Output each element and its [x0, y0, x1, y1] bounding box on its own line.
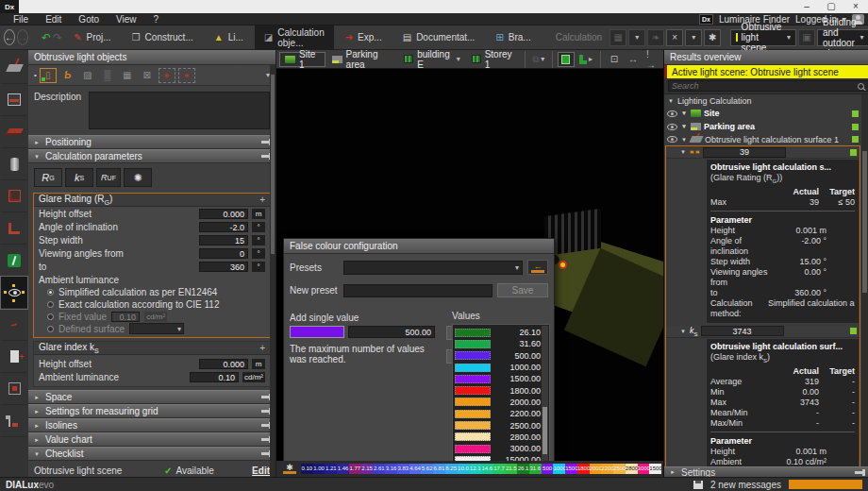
tool-roof-surface[interactable]	[1, 116, 27, 148]
value-row[interactable]: 2500.00	[455, 419, 541, 431]
grid-type-button[interactable]: ▦	[119, 68, 136, 83]
back-button[interactable]: ←	[4, 29, 15, 45]
section-isolines[interactable]: ▸Isolines	[28, 418, 275, 432]
tool-wall-segment[interactable]	[1, 212, 27, 245]
reset-preset-button[interactable]: ←	[527, 260, 548, 275]
menu-view[interactable]: View	[108, 13, 144, 25]
tool-escape-route[interactable]	[1, 245, 27, 277]
visibility-eye-icon[interactable]	[667, 136, 677, 143]
tool-focus-area[interactable]	[1, 373, 27, 405]
description-input[interactable]	[89, 92, 270, 129]
tab-light[interactable]: ▲Li...	[205, 25, 253, 50]
cut-object-button-1[interactable]	[159, 68, 175, 83]
profile-select[interactable]: Building and outdoor pla...▾	[817, 29, 868, 46]
tool-spline[interactable]: ~	[1, 309, 27, 341]
maximize-button[interactable]: ▢	[819, 0, 843, 13]
presets-select[interactable]: ▾	[343, 261, 523, 275]
tab-export[interactable]: ➔Exp...	[336, 25, 392, 50]
tool-door[interactable]	[1, 341, 27, 373]
field-input[interactable]: -2.0	[199, 222, 248, 232]
section-settings[interactable]: ▸Settings	[664, 466, 868, 477]
measure-button[interactable]: ↔	[625, 52, 642, 67]
tab-project[interactable]: ✎Proj...	[64, 25, 121, 50]
menu-goto[interactable]: Goto	[71, 13, 107, 25]
field-input[interactable]: 0.10	[190, 372, 239, 382]
fixed-value-input[interactable]: 0.10	[111, 312, 140, 322]
energy-icon[interactable]: ❧	[647, 29, 664, 46]
ks-parameter-button[interactable]: kS	[65, 168, 93, 187]
new-preset-input[interactable]	[343, 284, 492, 297]
rg-result-row[interactable]: ▾ 39	[666, 146, 860, 159]
tree-parking-area[interactable]: ▾Parking area	[664, 120, 861, 133]
section-measuring-grid[interactable]: ▸Settings for measuring grid	[28, 404, 275, 418]
dialog-title[interactable]: False colour configuration	[284, 239, 554, 254]
close-button[interactable]: ×	[843, 0, 868, 13]
minimize-button[interactable]: –	[794, 0, 819, 13]
crumb-building[interactable]: building E▾	[399, 52, 464, 67]
edit-link[interactable]: Edit	[252, 466, 270, 476]
value-row[interactable]: 1000.00	[455, 362, 541, 373]
cad-viewport[interactable]: Site 1 Parking area building E▾ Storey 1…	[276, 50, 663, 477]
tab-documentation[interactable]: ▤Documentat...	[393, 25, 485, 50]
calculation-dropdown[interactable]: ▾	[628, 29, 645, 46]
filled-surface-type-button[interactable]: ▒	[99, 68, 116, 83]
value-row[interactable]: 2000.00	[455, 397, 541, 408]
tool-calculation-surface[interactable]	[1, 52, 27, 84]
values-list[interactable]: 26.10 31.60 500.00	[452, 324, 550, 467]
radio-exact[interactable]	[47, 301, 54, 308]
issues-button[interactable]: !→	[643, 52, 660, 67]
crumb-site[interactable]: Site 1	[279, 52, 326, 67]
field-input[interactable]: 15	[199, 235, 248, 246]
rg-parameter-button[interactable]: RG	[34, 168, 62, 187]
left-panel-scrollbar[interactable]	[270, 65, 275, 477]
value-row[interactable]: 31.60	[455, 338, 541, 349]
polygon-surface-type-button[interactable]: Ƅ	[59, 68, 76, 83]
messages-link[interactable]: 2 new messages	[710, 480, 781, 490]
value-row[interactable]: 26.10	[455, 327, 541, 338]
menu-help[interactable]: ?	[146, 13, 167, 25]
tool-calculation-volume[interactable]	[1, 84, 27, 116]
section-value-chart[interactable]: ▸Value chart	[28, 432, 275, 447]
crossed-type-button[interactable]: ⊠	[139, 68, 156, 83]
ruf-parameter-button[interactable]: RUF	[96, 168, 121, 187]
value-row[interactable]: 1500.00	[455, 373, 541, 384]
tool-room-volume[interactable]	[1, 180, 27, 212]
zoom-fit-button[interactable]: ⊡	[606, 52, 623, 67]
field-input[interactable]: 0.000	[199, 359, 248, 369]
ks-result-row[interactable]: ▾ kS 3743	[666, 326, 860, 338]
clipboard-button[interactable]: ⧉▾	[530, 52, 547, 67]
redo-icon[interactable]: ↷	[53, 32, 62, 43]
tool-obtrusive-light[interactable]	[1, 277, 27, 309]
pin-icon[interactable]	[855, 471, 864, 474]
menu-edit[interactable]: Edit	[38, 13, 69, 25]
value-row[interactable]: 500.00	[455, 350, 541, 362]
cut-object-button-2[interactable]	[178, 68, 195, 83]
light-scene-edit-button[interactable]: ▣	[798, 29, 815, 46]
radio-fixed-value[interactable]	[47, 313, 54, 320]
crumb-storey[interactable]: Storey 1	[467, 52, 520, 67]
menu-file[interactable]: File	[6, 13, 36, 25]
visibility-eye-icon[interactable]	[667, 110, 677, 117]
section-space[interactable]: ▸Space	[28, 390, 275, 404]
tree-root[interactable]: ▾Lighting Calculation	[664, 94, 861, 107]
section-checklist[interactable]: ▾Checklist	[28, 447, 275, 461]
selected-colour-swatch[interactable]	[290, 326, 344, 338]
scale-settings-gear-icon[interactable]: ✱	[278, 464, 301, 474]
add-icon[interactable]: +	[259, 343, 265, 353]
tree-surface-1[interactable]: ▾Obtrusive light calculation surface 1	[664, 133, 861, 145]
calculation-point-marker[interactable]	[559, 261, 567, 269]
view-plan-button[interactable]: ▸	[576, 52, 595, 67]
cancel-dropdown[interactable]: ▾	[685, 29, 702, 46]
hatched-surface-type-button[interactable]: ▨	[79, 68, 96, 83]
tree-site[interactable]: ▾Site	[664, 107, 861, 120]
section-positioning[interactable]: ▸Positioning	[28, 135, 275, 149]
light-scene-select[interactable]: Obtrusive light scene▾	[730, 29, 796, 46]
value-row[interactable]: 3000.00	[455, 443, 541, 454]
value-row[interactable]: 2800.00	[455, 432, 541, 443]
tab-construction[interactable]: ❒Construct...	[123, 25, 203, 50]
save-button[interactable]: Save	[497, 283, 548, 297]
add-icon[interactable]: +	[259, 195, 265, 205]
radio-defined-surface[interactable]	[47, 326, 54, 332]
values-scrollbar[interactable]	[542, 326, 548, 466]
undo-icon[interactable]: ↶	[42, 32, 51, 43]
